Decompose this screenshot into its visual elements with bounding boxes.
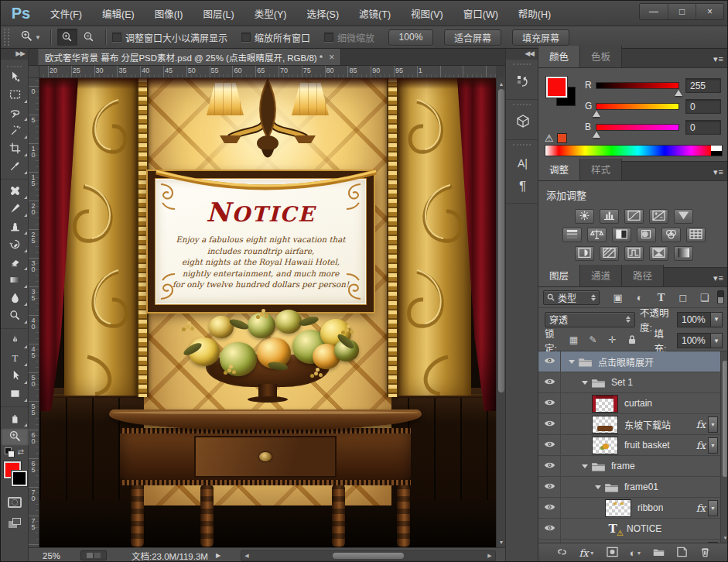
adjustments-tab-调整[interactable]: 调整: [538, 159, 580, 180]
layer-row[interactable]: T⚠NOTICE: [538, 519, 728, 540]
layer-thumbnail[interactable]: [592, 416, 618, 433]
layer-row[interactable]: 点击眼睛展开: [538, 351, 728, 372]
canvas-artwork[interactable]: NOTICE Enjoy a fabulous eight night vaca…: [39, 78, 496, 547]
fill-value[interactable]: 100%: [677, 333, 711, 348]
expand-caret-icon[interactable]: [569, 360, 575, 364]
vertical-scrollbar[interactable]: ▲ ▼: [496, 78, 505, 547]
toolbar-collapse-button[interactable]: ▶▶: [1, 49, 28, 60]
opacity-value[interactable]: 100%: [677, 312, 711, 327]
gradient-map-button[interactable]: [674, 246, 693, 261]
adjustment-filter-button[interactable]: ◐: [632, 290, 648, 305]
layers-scroll-thumb[interactable]: [723, 361, 728, 477]
visibility-toggle[interactable]: [538, 519, 561, 539]
photo-filter-button[interactable]: [637, 228, 656, 242]
history-brush-tool[interactable]: [1, 236, 29, 254]
magic-wand-tool[interactable]: [1, 122, 29, 140]
checkbox-icon[interactable]: [241, 33, 251, 42]
horizontal-ruler[interactable]: 202530354045505560657075808590951: [39, 66, 496, 78]
expand-caret-icon[interactable]: [582, 381, 588, 385]
gamut-warning[interactable]: ⚠: [545, 132, 567, 144]
layers-scrollbar[interactable]: ▼: [720, 351, 728, 543]
layer-style-fx-button[interactable]: fx▼: [579, 547, 595, 559]
menu-item[interactable]: 视图(V): [411, 6, 443, 21]
panel-menu-icon[interactable]: ▾≡: [713, 167, 724, 177]
options-button[interactable]: 适合屏幕: [444, 29, 501, 46]
background-color-swatch[interactable]: [12, 471, 27, 486]
option-checkbox[interactable]: 细微缩放: [324, 31, 374, 44]
smart-object-filter-button[interactable]: ❏: [697, 290, 713, 305]
layers-tab-路径[interactable]: 路径: [622, 265, 664, 286]
properties-panel-button[interactable]: [506, 111, 539, 135]
layer-row[interactable]: frame01: [538, 477, 728, 498]
dock-collapse-button[interactable]: ◀◀: [506, 49, 538, 60]
lasso-tool[interactable]: [1, 105, 29, 122]
scroll-down-icon[interactable]: ▼: [721, 533, 728, 542]
chevron-down-icon[interactable]: ▼: [711, 312, 723, 327]
new-layer-button[interactable]: [676, 547, 688, 560]
color-lookup-button[interactable]: [686, 228, 706, 242]
expand-caret-icon[interactable]: [595, 485, 601, 489]
layer-thumbnail[interactable]: [605, 499, 631, 517]
color-tab-颜色[interactable]: 颜色: [538, 46, 580, 67]
slider-handle[interactable]: [593, 111, 600, 117]
layer-row[interactable]: Set 1: [538, 372, 728, 393]
layer-filter-type-select[interactable]: 类型: [543, 290, 600, 305]
shape-filter-button[interactable]: ◻: [675, 290, 691, 305]
history-panel-button[interactable]: [506, 71, 539, 94]
layer-name[interactable]: frame: [611, 461, 635, 471]
link-layers-button[interactable]: [556, 547, 568, 560]
marquee-tool[interactable]: [1, 87, 29, 105]
zoom-in-button[interactable]: [57, 29, 77, 46]
menu-item[interactable]: 图层(L): [203, 6, 234, 21]
lock-position-button[interactable]: ✛: [607, 334, 619, 347]
layer-name[interactable]: 东坡下载站: [624, 418, 671, 431]
options-bar-grip[interactable]: [4, 29, 9, 46]
slider-handle[interactable]: [593, 132, 600, 138]
zoom-out-button[interactable]: [79, 29, 99, 46]
healing-brush-tool[interactable]: [1, 183, 29, 200]
dock-grip[interactable]: [513, 104, 531, 108]
hand-tool[interactable]: [1, 410, 29, 428]
slider-handle[interactable]: [675, 90, 682, 96]
black-white-button[interactable]: [612, 228, 631, 242]
vertical-ruler[interactable]: 051015202530354045505560657075: [29, 78, 39, 547]
layer-row[interactable]: frame: [538, 456, 728, 477]
toolbar-grip[interactable]: [7, 61, 22, 67]
zoom-level-field[interactable]: 25%: [43, 551, 60, 560]
layer-row[interactable]: ribbonfx▼: [538, 498, 728, 519]
panel-menu-icon[interactable]: ▾≡: [713, 273, 724, 283]
menu-item[interactable]: 选择(S): [306, 6, 339, 21]
vibrance-button[interactable]: [674, 209, 693, 224]
checkbox-icon[interactable]: [112, 33, 121, 42]
opacity-field[interactable]: 100%▼: [677, 312, 723, 327]
rainbow-ramp[interactable]: [545, 146, 711, 156]
menu-item[interactable]: 图像(I): [155, 6, 183, 21]
minimize-button[interactable]: —: [640, 4, 668, 19]
lock-transparency-button[interactable]: ▦: [568, 334, 580, 347]
channel-slider[interactable]: [596, 82, 679, 89]
layers-tab-通道[interactable]: 通道: [580, 265, 622, 286]
visibility-toggle[interactable]: [538, 393, 561, 413]
posterize-button[interactable]: [600, 246, 619, 261]
visibility-toggle[interactable]: [538, 456, 561, 476]
adjustment-layer-button[interactable]: ◐▼: [630, 547, 642, 559]
character-panel-button[interactable]: A|: [506, 152, 539, 175]
layers-tab-图层[interactable]: 图层: [538, 265, 580, 286]
swap-colors-icon[interactable]: ⇄: [18, 447, 24, 458]
eraser-tool[interactable]: [1, 254, 29, 272]
panel-menu-icon[interactable]: ▾≡: [713, 54, 724, 64]
layer-name[interactable]: NOTICE: [627, 523, 661, 534]
channel-value-field[interactable]: 0: [685, 120, 721, 135]
fx-icon[interactable]: fx: [696, 440, 706, 451]
selective-color-button[interactable]: [649, 246, 668, 261]
pen-tool[interactable]: [1, 332, 29, 350]
screen-mode-button[interactable]: [1, 512, 29, 533]
checkbox-icon[interactable]: [324, 33, 333, 42]
invert-button[interactable]: [575, 246, 594, 261]
move-tool[interactable]: [1, 69, 29, 87]
visibility-toggle[interactable]: [538, 498, 561, 518]
adjustments-tab-样式[interactable]: 样式: [580, 159, 622, 180]
lock-pixels-button[interactable]: ✎: [587, 334, 600, 347]
fx-icon[interactable]: fx: [696, 419, 706, 430]
layer-row[interactable]: 东坡下载站fx▼: [538, 414, 728, 435]
